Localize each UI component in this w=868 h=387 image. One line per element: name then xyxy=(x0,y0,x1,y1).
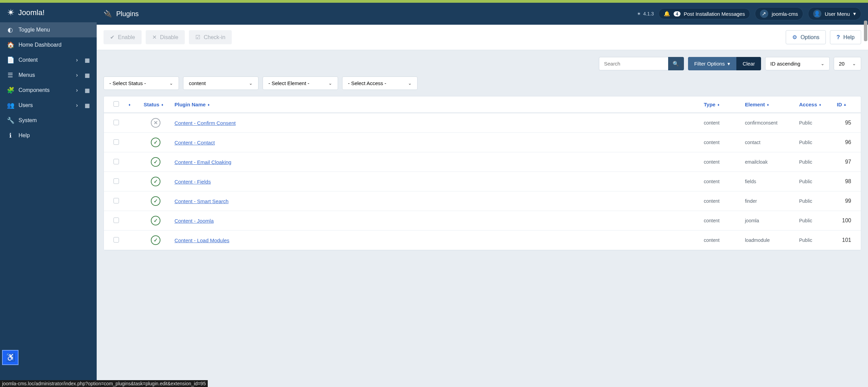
toggle-menu-button[interactable]: ◐ Toggle Menu xyxy=(0,22,97,37)
user-menu-button[interactable]: 👤 User Menu ▾ xyxy=(808,7,861,20)
row-status-cell: ✓ xyxy=(140,157,171,167)
type-column-header[interactable]: Type ♦ xyxy=(700,102,742,107)
checkbox-icon: ☑ xyxy=(195,34,200,40)
sidebar-item-users[interactable]: 👥Users›▦ xyxy=(0,98,97,113)
element-header-label: Element xyxy=(745,102,765,107)
plugin-name-link[interactable]: Content - Joomla xyxy=(174,218,214,224)
row-name-cell: Content - Load Modules xyxy=(171,237,700,243)
scrollbar-thumb[interactable] xyxy=(864,21,867,41)
page-title-text: Plugins xyxy=(116,10,139,18)
status-enabled-icon[interactable]: ✓ xyxy=(151,216,160,225)
puzzle-icon: 🧩 xyxy=(7,86,14,94)
options-label: Options xyxy=(800,34,819,40)
accessibility-button[interactable]: ♿ xyxy=(2,350,19,365)
sidebar-item-home-dashboard[interactable]: 🏠Home Dashboard xyxy=(0,37,97,52)
grid-icon[interactable]: ▦ xyxy=(85,102,90,109)
browser-status-bar: joomla-cms.loc/administrator/index.php?o… xyxy=(0,380,208,387)
row-access-cell: Public xyxy=(796,140,833,145)
select-all-checkbox[interactable] xyxy=(113,101,119,107)
status-disabled-icon[interactable]: ✕ xyxy=(151,118,160,128)
row-id-cell: 96 xyxy=(833,139,855,145)
chevron-right-icon: › xyxy=(76,102,78,108)
help-button[interactable]: ? Help xyxy=(830,30,861,44)
sidebar-item-components[interactable]: 🧩Components›▦ xyxy=(0,83,97,98)
access-column-header[interactable]: Access ♦ xyxy=(796,102,833,107)
status-filter-label: - Select Status - xyxy=(109,80,146,86)
row-status-cell: ✓ xyxy=(140,138,171,147)
sidebar-item-label: System xyxy=(19,117,37,124)
grid-icon[interactable]: ▦ xyxy=(85,87,90,94)
disable-button[interactable]: ✕ Disable xyxy=(146,30,185,44)
id-header-label: ID xyxy=(837,102,842,107)
search-input[interactable] xyxy=(599,57,668,70)
row-id-cell: 100 xyxy=(833,218,855,224)
sort-icon: ♦ xyxy=(718,103,720,107)
row-type-cell: content xyxy=(700,237,742,243)
order-column-header[interactable]: ♦ xyxy=(125,103,140,107)
site-link-button[interactable]: ↗ joomla-cms xyxy=(755,7,803,20)
row-checkbox[interactable] xyxy=(113,218,119,223)
status-enabled-icon[interactable]: ✓ xyxy=(151,235,160,245)
checkin-button[interactable]: ☑ Check-in xyxy=(189,30,232,44)
users-icon: 👥 xyxy=(7,102,14,109)
row-checkbox[interactable] xyxy=(113,120,119,125)
sidebar-item-system[interactable]: 🔧System xyxy=(0,113,97,128)
row-type-cell: content xyxy=(700,198,742,204)
options-button[interactable]: ⚙ Options xyxy=(786,30,826,44)
search-row: 🔍 Filter Options ▾ Clear ID ascending ⌄ … xyxy=(104,57,861,70)
notifications-button[interactable]: 🔔 4 Post Installation Messages xyxy=(659,8,750,19)
plugin-name-link[interactable]: Content - Smart Search xyxy=(174,198,229,204)
grid-icon[interactable]: ▦ xyxy=(85,57,90,63)
access-filter-label: - Select Access - xyxy=(348,80,386,86)
row-checkbox[interactable] xyxy=(113,159,119,164)
grid-icon[interactable]: ▦ xyxy=(85,72,90,79)
element-column-header[interactable]: Element ♦ xyxy=(742,102,796,107)
version-label[interactable]: ✴ 4.1.3 xyxy=(637,11,654,16)
status-enabled-icon[interactable]: ✓ xyxy=(151,196,160,206)
plug-icon: 🔌 xyxy=(104,10,112,18)
element-filter-select[interactable]: - Select Element - ⌄ xyxy=(263,77,338,90)
row-access-cell: Public xyxy=(796,237,833,243)
plugin-name-link[interactable]: Content - Contact xyxy=(174,140,215,145)
name-column-header[interactable]: Plugin Name ♦ xyxy=(171,102,700,107)
plugin-name-link[interactable]: Content - Confirm Consent xyxy=(174,120,236,126)
sidebar-item-help[interactable]: ℹHelp xyxy=(0,128,97,143)
sidebar-item-label: Home Dashboard xyxy=(19,42,61,48)
sort-select[interactable]: ID ascending ⌄ xyxy=(765,57,830,70)
row-access-cell: Public xyxy=(796,198,833,204)
sidebar-item-content[interactable]: 📄Content›▦ xyxy=(0,52,97,68)
row-status-cell: ✓ xyxy=(140,177,171,186)
status-column-header[interactable]: Status ♦ xyxy=(140,102,171,107)
row-element-cell: confirmconsent xyxy=(742,120,796,126)
row-checkbox[interactable] xyxy=(113,198,119,203)
row-checkbox[interactable] xyxy=(113,139,119,145)
status-filter-select[interactable]: - Select Status - ⌄ xyxy=(104,77,179,90)
clear-button[interactable]: Clear xyxy=(736,57,761,70)
table-header: ♦ Status ♦ Plugin Name ♦ Type ♦ Element … xyxy=(104,96,861,113)
row-checkbox[interactable] xyxy=(113,178,119,184)
sort-icon: ♦ xyxy=(161,103,164,107)
row-checkbox[interactable] xyxy=(113,237,119,243)
status-enabled-icon[interactable]: ✓ xyxy=(151,157,160,167)
limit-select[interactable]: 20 ⌄ xyxy=(834,57,861,70)
row-type-cell: content xyxy=(700,179,742,184)
sidebar-item-menus[interactable]: ☰Menus›▦ xyxy=(0,68,97,83)
status-enabled-icon[interactable]: ✓ xyxy=(151,138,160,147)
table-row: ✓ Content - Joomla content joomla Public… xyxy=(104,211,861,231)
limit-label: 20 xyxy=(839,61,845,67)
brand-text: Joomla! xyxy=(18,8,45,17)
id-column-header[interactable]: ID ▴ xyxy=(833,102,855,107)
plugin-name-link[interactable]: Content - Load Modules xyxy=(174,237,229,243)
plugin-name-link[interactable]: Content - Fields xyxy=(174,179,211,185)
filter-options-button[interactable]: Filter Options ▾ xyxy=(688,57,736,70)
type-filter-select[interactable]: content ⌄ xyxy=(183,77,258,90)
access-filter-select[interactable]: - Select Access - ⌄ xyxy=(342,77,418,90)
enable-button[interactable]: ✔ Enable xyxy=(104,30,142,44)
brand-logo[interactable]: ✴ Joomla! xyxy=(0,3,97,22)
plugin-name-link[interactable]: Content - Email Cloaking xyxy=(174,159,231,165)
search-button[interactable]: 🔍 xyxy=(668,57,684,70)
chevron-down-icon: ▾ xyxy=(853,11,856,17)
status-enabled-icon[interactable]: ✓ xyxy=(151,177,160,186)
access-header-label: Access xyxy=(799,102,817,107)
row-status-cell: ✓ xyxy=(140,235,171,245)
